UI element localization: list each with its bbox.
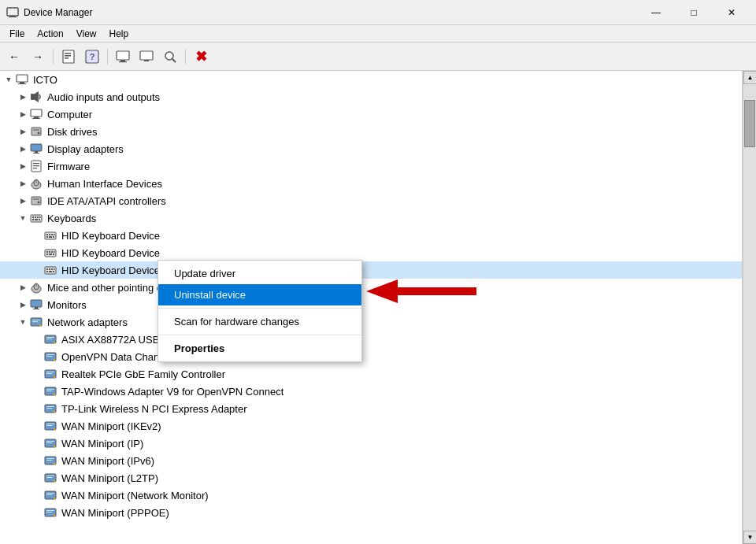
scroll-thumb[interactable] bbox=[744, 100, 755, 147]
scrollbar[interactable]: ▲ ▼ bbox=[743, 71, 756, 544]
menu-help[interactable]: Help bbox=[103, 27, 135, 41]
tree-item-network[interactable]: ▼Network adapters bbox=[0, 313, 742, 331]
scroll-down-button[interactable]: ▼ bbox=[743, 531, 756, 544]
tree-item-computer[interactable]: ▶Computer bbox=[0, 105, 742, 123]
scroll-up-button[interactable]: ▲ bbox=[743, 71, 756, 84]
tree-icon-openvpn-data bbox=[44, 350, 58, 364]
svg-rect-70 bbox=[49, 271, 52, 272]
tree-toggle-audio[interactable]: ▶ bbox=[17, 93, 28, 101]
monitor-button[interactable] bbox=[112, 46, 134, 68]
tree-toggle-computer[interactable]: ▶ bbox=[17, 110, 28, 118]
svg-rect-116 bbox=[46, 477, 52, 478]
tree-label-wan-pppoe: WAN Miniport (PPPOE) bbox=[61, 507, 169, 519]
svg-rect-101 bbox=[54, 411, 55, 413]
menu-view[interactable]: View bbox=[70, 27, 103, 41]
tree-toggle-ide[interactable]: ▶ bbox=[17, 197, 28, 205]
svg-rect-0 bbox=[7, 8, 18, 16]
tree-item-asix[interactable]: ASIX AX88772A USB2.0 to Fast Ethernet Ad… bbox=[0, 331, 742, 348]
tree-toggle-firmware[interactable]: ▶ bbox=[17, 162, 28, 170]
tree-label-wan-ip: WAN Miniport (IP) bbox=[61, 438, 143, 450]
svg-rect-105 bbox=[54, 428, 55, 430]
tree-item-wan-ipv6[interactable]: WAN Miniport (IPv6) bbox=[0, 452, 742, 469]
tree-toggle-disk-drives[interactable]: ▶ bbox=[17, 128, 28, 135]
tree-toggle-network[interactable]: ▼ bbox=[17, 318, 28, 326]
tree-item-tplink[interactable]: TP-Link Wireless N PCI Express Adapter bbox=[0, 400, 742, 417]
tree-item-wan-netmon[interactable]: WAN Miniport (Network Monitor) bbox=[0, 487, 742, 504]
update-button[interactable] bbox=[135, 46, 158, 68]
svg-rect-97 bbox=[54, 394, 55, 395]
toolbar: ← → ? ✖ bbox=[0, 43, 756, 71]
tree-item-disk-drives[interactable]: ▶Disk drives bbox=[0, 123, 742, 140]
tree-toggle-monitors[interactable]: ▶ bbox=[17, 301, 28, 309]
svg-rect-63 bbox=[53, 253, 54, 255]
close-button[interactable]: ✕ bbox=[713, 1, 750, 24]
context-menu-uninstall-device[interactable]: Uninstall device bbox=[158, 284, 361, 305]
context-menu-scan[interactable]: Scan for hardware changes bbox=[158, 311, 361, 332]
tree-item-openvpn-data[interactable]: OpenVPN Data Channel Offload bbox=[0, 348, 742, 365]
svg-rect-69 bbox=[46, 271, 48, 272]
tree-item-realtek[interactable]: Realtek PCIe GbE Family Controller bbox=[0, 365, 742, 383]
svg-rect-85 bbox=[54, 342, 55, 343]
tree-toggle-display-adapters[interactable]: ▶ bbox=[17, 145, 28, 153]
svg-rect-115 bbox=[46, 476, 54, 476]
svg-rect-88 bbox=[46, 356, 52, 357]
app-icon bbox=[6, 6, 19, 19]
context-menu-properties[interactable]: Properties bbox=[158, 338, 361, 359]
svg-rect-95 bbox=[46, 389, 54, 390]
window-title: Device Manager bbox=[24, 7, 638, 18]
tree-item-tap[interactable]: TAP-Windows Adapter V9 for OpenVPN Conne… bbox=[0, 383, 742, 400]
tree-item-wan-l2tp[interactable]: WAN Miniport (L2TP) bbox=[0, 469, 742, 487]
help-button[interactable]: ? bbox=[81, 46, 103, 68]
menu-action[interactable]: Action bbox=[31, 27, 69, 41]
tree-toggle-top-item[interactable]: ▼ bbox=[3, 76, 14, 83]
tree-item-keyboards[interactable]: ▼Keyboards bbox=[0, 209, 742, 227]
search-button[interactable] bbox=[159, 46, 181, 68]
svg-rect-119 bbox=[46, 493, 54, 494]
svg-rect-19 bbox=[31, 94, 35, 100]
tree-item-ide[interactable]: ▶IDE ATA/ATAPI controllers bbox=[0, 192, 742, 209]
svg-line-15 bbox=[172, 59, 176, 62]
svg-rect-11 bbox=[119, 61, 127, 62]
tree-item-hid[interactable]: ▶Human Interface Devices bbox=[0, 175, 742, 192]
tree-item-display-adapters[interactable]: ▶Display adapters bbox=[0, 140, 742, 157]
tree-item-audio[interactable]: ▶Audio inputs and outputs bbox=[0, 88, 742, 105]
tree-label-keyboards: Keyboards bbox=[47, 213, 96, 224]
svg-rect-104 bbox=[46, 425, 52, 426]
tree-item-top-item[interactable]: ▼ICTO bbox=[0, 71, 742, 88]
tree-toggle-mice[interactable]: ▶ bbox=[17, 283, 28, 291]
svg-rect-64 bbox=[45, 267, 56, 274]
back-button[interactable]: ← bbox=[3, 46, 25, 68]
svg-rect-65 bbox=[46, 268, 48, 270]
tree-item-wan-ikev2[interactable]: WAN Miniport (IKEv2) bbox=[0, 417, 742, 435]
tree-label-hid: Human Interface Devices bbox=[47, 178, 162, 190]
tree-item-wan-pppoe[interactable]: WAN Miniport (PPPOE) bbox=[0, 504, 742, 521]
tree-item-wan-ip[interactable]: WAN Miniport (IP) bbox=[0, 435, 742, 452]
tree-item-firmware[interactable]: ▶Firmware bbox=[0, 157, 742, 175]
tree-icon-hid bbox=[30, 176, 44, 191]
maximize-button[interactable]: □ bbox=[676, 1, 712, 24]
tree-item-hid-kb1[interactable]: HID Keyboard Device bbox=[0, 227, 742, 244]
svg-point-26 bbox=[38, 132, 40, 135]
properties-button[interactable] bbox=[57, 46, 80, 68]
tree-toggle-hid[interactable]: ▶ bbox=[17, 179, 28, 187]
forward-button[interactable]: → bbox=[27, 46, 49, 68]
tree-icon-ide bbox=[30, 194, 44, 208]
context-menu-update-driver[interactable]: Update driver bbox=[158, 263, 361, 284]
tree-item-hid-kb2[interactable]: HID Keyboard Device bbox=[0, 244, 742, 261]
delete-button[interactable]: ✖ bbox=[190, 46, 212, 68]
minimize-button[interactable]: — bbox=[638, 1, 674, 24]
svg-rect-33 bbox=[33, 168, 37, 168]
scroll-track[interactable] bbox=[743, 84, 756, 531]
tree-label-realtek: Realtek PCIe GbE Family Controller bbox=[61, 368, 225, 380]
svg-rect-37 bbox=[32, 197, 41, 205]
svg-rect-109 bbox=[54, 446, 55, 447]
toolbar-separator-2 bbox=[107, 49, 108, 65]
tree-toggle-keyboards[interactable]: ▼ bbox=[17, 214, 28, 222]
svg-rect-96 bbox=[46, 390, 52, 391]
svg-rect-28 bbox=[35, 151, 38, 153]
tree-icon-wan-ikev2 bbox=[44, 419, 58, 433]
menu-file[interactable]: File bbox=[3, 27, 31, 41]
svg-rect-80 bbox=[32, 321, 38, 322]
svg-rect-58 bbox=[49, 251, 50, 253]
svg-rect-56 bbox=[45, 250, 56, 257]
